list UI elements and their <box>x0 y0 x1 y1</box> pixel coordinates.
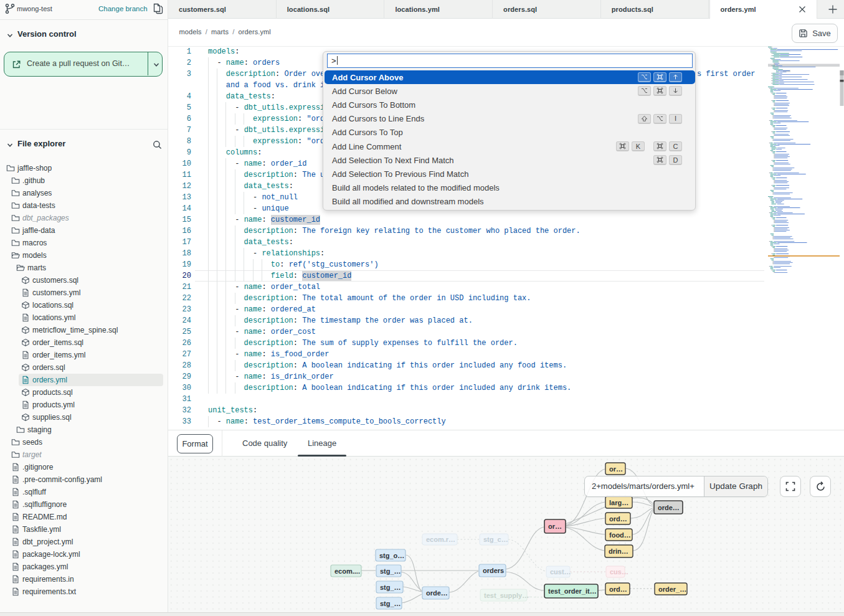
svg-text:orde…: orde… <box>426 589 448 597</box>
svg-text:order_…: order_… <box>658 585 686 593</box>
svg-text:test_supply…: test_supply… <box>484 592 529 599</box>
svg-text:larg…: larg… <box>609 499 628 506</box>
svg-text:or…: or… <box>548 523 562 530</box>
svg-text:drin…: drin… <box>609 547 628 555</box>
svg-text:ord…: ord… <box>609 585 627 593</box>
svg-text:ord…: ord… <box>609 515 627 523</box>
svg-text:stg_…: stg_… <box>380 567 401 575</box>
svg-text:cust…: cust… <box>550 568 571 576</box>
svg-text:test_order_it…: test_order_it… <box>548 587 597 595</box>
svg-text:stg_…: stg_… <box>380 600 401 607</box>
svg-text:ecom....: ecom.... <box>334 567 360 575</box>
svg-text:stg_c…: stg_c… <box>483 536 508 543</box>
svg-text:ecom.r…: ecom.r… <box>426 536 455 543</box>
svg-text:stg_…: stg_… <box>380 584 401 591</box>
svg-text:or…: or… <box>609 465 623 473</box>
svg-text:food…: food… <box>609 531 631 539</box>
svg-text:stg_o…: stg_o… <box>379 552 404 559</box>
svg-text:orders: orders <box>483 567 504 574</box>
svg-text:cus…: cus… <box>610 568 628 576</box>
svg-text:orde…: orde… <box>658 504 680 511</box>
